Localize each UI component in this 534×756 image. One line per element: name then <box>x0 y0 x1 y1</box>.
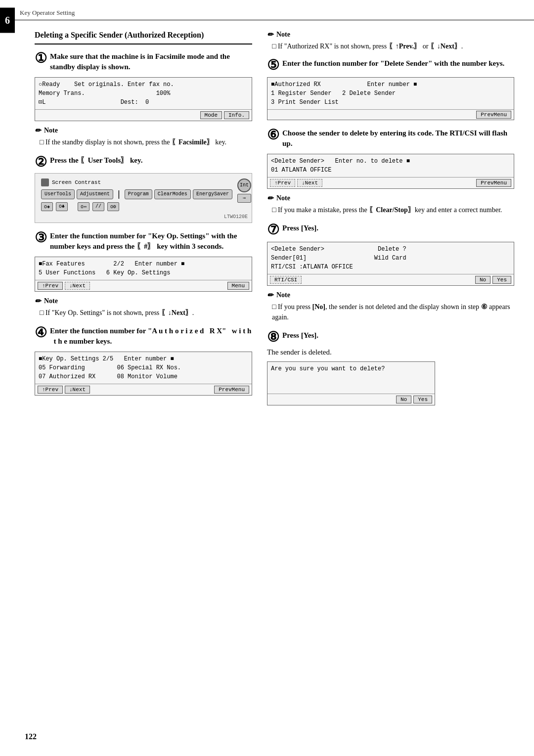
step1-heading: ① Make sure that the machine is in Facsi… <box>35 51 252 72</box>
step1-block: ① Make sure that the machine is in Facsi… <box>35 51 252 147</box>
yes-btn-s7[interactable]: Yes <box>492 276 511 284</box>
step8-num: ⑧ <box>267 330 279 344</box>
step4-text: Enter the function number for "A u t h o… <box>50 326 252 347</box>
page-header: Key Operator Setting <box>0 0 534 20</box>
note-top-right: ✏ Note □ If "Authorized RX" is not shown… <box>267 30 514 51</box>
note3-body: □ If "Key Op. Settings" is not shown, pr… <box>35 308 252 318</box>
section-title: Deleting a Specific Sender (Authorized R… <box>35 30 252 44</box>
step5-block: ⑤ Enter the function number for "Delete … <box>267 58 514 120</box>
step3-note: ✏ Note □ If "Key Op. Settings" is not sh… <box>35 297 252 318</box>
step2-num: ② <box>35 155 47 169</box>
note6-body: □ If you make a mistake, press the 〖Clea… <box>267 205 514 215</box>
step6-text: Choose the sender to delete by entering … <box>282 128 514 149</box>
menu-btn-s3[interactable]: Menu <box>227 282 249 290</box>
screen7-row2: Sender[01] Wild Card <box>271 254 510 263</box>
step6-num: ⑥ <box>267 128 279 142</box>
step3-num: ③ <box>35 231 47 245</box>
next-btn-s3[interactable]: ↓Next <box>65 282 90 290</box>
step8-screen: Are you sure you want to delete? No Yes <box>267 361 435 405</box>
no-btn-s7[interactable]: No <box>475 276 490 284</box>
step3-screen: ■Fax Features 2/2 Enter number ■ 5 User … <box>35 257 252 292</box>
step7-num: ⑦ <box>267 223 279 237</box>
screen3-row2: 5 User Functions 6 Key Op. Settings <box>39 268 248 277</box>
prev-btn-s3[interactable]: ↑Prev <box>38 282 63 290</box>
screen5-row1: ■Authorized RX Enter number ■ <box>271 80 510 89</box>
note7-body: □ If you press [No], the sender is not d… <box>267 302 514 322</box>
program-key[interactable]: Program <box>125 189 152 199</box>
step6-block: ⑥ Choose the sender to delete by enterin… <box>267 128 514 215</box>
step7-screen: <Delete Sender> Delete ? Sender[01] Wild… <box>267 242 514 286</box>
no-btn-s8[interactable]: No <box>396 396 411 403</box>
step5-heading: ⑤ Enter the function number for "Delete … <box>267 58 514 72</box>
screen5-row2: 1 Register Sender 2 Delete Sender <box>271 89 510 98</box>
screen4-row2: 05 Forwarding 06 Special RX Nos. <box>39 363 248 372</box>
keyboard-label: LTWO120E <box>39 214 248 220</box>
note-top-body: □ If "Authorized RX" is not shown, press… <box>267 41 514 51</box>
rtsi-btn-s7[interactable]: RTI/CSI <box>270 276 302 284</box>
screen1-row3: ⊡L Dest: 0 <box>39 98 248 107</box>
note1-title: ✏ Note <box>35 126 252 135</box>
next-btn-s6[interactable]: ↓Next <box>297 179 322 187</box>
screen1-row1: ○Ready Set originals. Enter fax no. <box>39 80 248 89</box>
step7-text: Press [Yes]. <box>282 223 514 233</box>
step6-screen: <Delete Sender> Enter no. to delete ■ 01… <box>267 154 514 189</box>
prevmenu-btn-s4[interactable]: PrevMenu <box>214 386 249 394</box>
prev-btn-s4[interactable]: ↑Prev <box>38 386 63 394</box>
prevmenu-btn-s6[interactable]: PrevMenu <box>476 179 511 187</box>
step4-num: ④ <box>35 326 47 340</box>
step3-text: Enter the function number for "Key Op. S… <box>50 231 252 252</box>
step5-num: ⑤ <box>267 58 279 72</box>
step2-block: ② Press the 〖User Tools〗 key. Screen Con… <box>35 155 252 223</box>
step1-screen: ○Ready Set originals. Enter fax no. Memo… <box>35 77 252 121</box>
step4-block: ④ Enter the function number for "A u t h… <box>35 326 252 396</box>
screen8-row1: Are you sure you want to delete? <box>271 364 431 373</box>
step5-text: Enter the function number for "Delete Se… <box>282 58 514 69</box>
left-column: Deleting a Specific Sender (Authorized R… <box>35 30 252 413</box>
note-top-title: ✏ Note <box>267 30 514 39</box>
screen4-row3: 07 Authorized RX 08 Monitor Volume <box>39 372 248 381</box>
step6-heading: ⑥ Choose the sender to delete by enterin… <box>267 128 514 149</box>
step7-block: ⑦ Press [Yes]. <Delete Sender> Delete ? … <box>267 223 514 322</box>
screen6-row2: 01 ATLANTA OFFICE <box>271 166 510 175</box>
prevmenu-btn-s5[interactable]: PrevMenu <box>476 111 511 119</box>
step1-note: ✏ Note □ If the standby display is not s… <box>35 126 252 147</box>
clear-modes-key[interactable]: ClearModes <box>154 189 191 199</box>
screen7-row1: <Delete Sender> Delete ? <box>271 245 510 254</box>
step1-text: Make sure that the machine is in Facsimi… <box>50 51 252 72</box>
mode-btn[interactable]: Mode <box>200 111 222 119</box>
yes-btn-s8[interactable]: Yes <box>413 396 432 403</box>
note7-title: ✏ Note <box>267 291 514 300</box>
step8-heading: ⑧ Press [Yes]. <box>267 330 514 344</box>
energy-saver-key[interactable]: EnergySaver <box>193 189 232 199</box>
step6-note: ✏ Note □ If you make a mistake, press th… <box>267 194 514 215</box>
step4-screen: ■Key Op. Settings 2/5 Enter number ■ 05 … <box>35 352 252 396</box>
adjustment-key[interactable]: Adjustment <box>77 189 113 199</box>
keyboard-image: Screen Contrast UserTools Adjustment | P… <box>35 173 252 223</box>
step8-text: Press [Yes]. <box>282 330 514 341</box>
step1-num: ① <box>35 51 47 65</box>
step8-description: The sender is deleted. <box>267 348 514 356</box>
right-column: ✏ Note □ If "Authorized RX" is not shown… <box>267 30 514 413</box>
screen7-row3: RTI/CSI :ATLANTA OFFICE <box>271 263 510 271</box>
note3-title: ✏ Note <box>35 297 252 306</box>
step4-heading: ④ Enter the function number for "A u t h… <box>35 326 252 347</box>
screen1-row2: Memory Trans. 100% <box>39 89 248 98</box>
step3-heading: ③ Enter the function number for "Key Op.… <box>35 231 252 252</box>
step5-screen: ■Authorized RX Enter number ■ 1 Register… <box>267 77 514 120</box>
note6-title: ✏ Note <box>267 194 514 203</box>
screen3-row1: ■Fax Features 2/2 Enter number ■ <box>39 260 248 268</box>
info-btn[interactable]: Info. <box>224 111 249 119</box>
step7-heading: ⑦ Press [Yes]. <box>267 223 514 237</box>
step7-note: ✏ Note □ If you press [No], the sender i… <box>267 291 514 322</box>
screen5-row3: 3 Print Sender List <box>271 98 510 107</box>
screen6-row1: <Delete Sender> Enter no. to delete ■ <box>271 157 510 166</box>
step3-block: ③ Enter the function number for "Key Op.… <box>35 231 252 318</box>
prev-btn-s6[interactable]: ↑Prev <box>270 179 295 187</box>
screen4-row1: ■Key Op. Settings 2/5 Enter number ■ <box>39 355 248 363</box>
next-btn-s4[interactable]: ↓Next <box>65 386 90 394</box>
note1-body: □ If the standby display is not shown, p… <box>35 137 252 147</box>
step2-heading: ② Press the 〖User Tools〗 key. <box>35 155 252 169</box>
step2-text: Press the 〖User Tools〗 key. <box>50 155 252 166</box>
step8-block: ⑧ Press [Yes]. The sender is deleted. Ar… <box>267 330 514 405</box>
user-tools-key[interactable]: UserTools <box>41 189 75 199</box>
